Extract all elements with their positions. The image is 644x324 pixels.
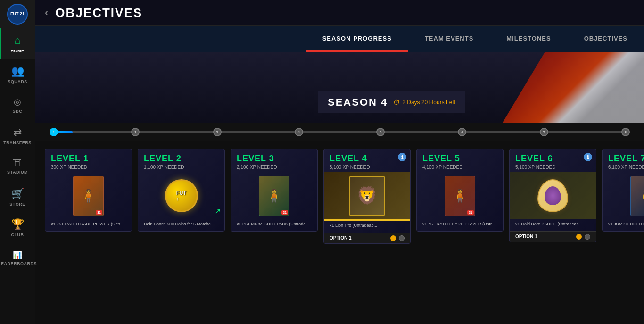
level-card-6[interactable]: LEVEL 6 5,100 XP NEEDED ℹ x1 Gold Rare B… bbox=[509, 149, 596, 242]
card-4-reward: x1 Lion Tifo (Untradeab... bbox=[324, 221, 410, 233]
card-4-xp: 3,100 XP NEEDED bbox=[330, 165, 405, 170]
sidebar-item-store[interactable]: 🛒 STORE bbox=[0, 182, 35, 212]
tab-team-events[interactable]: TEAM EVENTS bbox=[408, 26, 490, 52]
card-1-level: LEVEL 1 bbox=[51, 154, 126, 164]
transfers-icon: ⇄ bbox=[13, 126, 22, 139]
sidebar-label-transfers: TRANSFERS bbox=[3, 141, 32, 145]
card-5-image: 🧍 31 bbox=[417, 172, 503, 219]
progress-node-3: 3 bbox=[213, 128, 222, 136]
player-card-mini-7: 🧍 31 bbox=[630, 176, 644, 216]
sidebar: FUT 21 ⌂ HOME 👥 SQUADS ◎ SBC ⇄ TRANSFERS… bbox=[0, 0, 35, 324]
club-icon: 🏆 bbox=[11, 218, 24, 231]
sidebar-label-home: HOME bbox=[11, 49, 25, 53]
player-icon-5: 🧍 bbox=[452, 188, 468, 204]
card-7-level: LEVEL 7 bbox=[608, 154, 644, 164]
cards-scroll[interactable]: LEVEL 1 300 XP NEEDED 🧍 31 x1 75+ RATED … bbox=[35, 141, 644, 324]
card-5-level: LEVEL 5 bbox=[422, 154, 497, 164]
fut-coin: FUT↑ bbox=[165, 179, 198, 212]
card-6-option-dots bbox=[576, 234, 590, 240]
node-label-2: 2 bbox=[134, 130, 136, 134]
sidebar-item-club[interactable]: 🏆 CLUB bbox=[0, 212, 35, 243]
dot-gray-4[interactable] bbox=[399, 235, 405, 241]
tab-objectives[interactable]: OBJECTIVES bbox=[568, 26, 644, 52]
card-4-level: LEVEL 4 bbox=[330, 154, 405, 164]
fut-arrow-icon: ↗ bbox=[215, 207, 221, 216]
dot-orange-4[interactable] bbox=[390, 235, 396, 241]
season-timer: ⏱ 2 Days 20 Hours Left bbox=[393, 99, 455, 106]
timer-icon: ⏱ bbox=[393, 99, 400, 106]
progress-node-6: 6 bbox=[458, 128, 466, 136]
card-6-level: LEVEL 6 bbox=[515, 154, 590, 164]
card-2-header: LEVEL 2 1,100 XP NEEDED bbox=[138, 149, 224, 172]
player-icon-7: 🧍 bbox=[637, 188, 644, 204]
card-6-xp: 5,100 XP NEEDED bbox=[515, 165, 590, 170]
card-2-image: FUT↑ ↗ bbox=[138, 172, 224, 219]
progress-node-4: 4 bbox=[295, 128, 303, 136]
sidebar-item-transfers[interactable]: ⇄ TRANSFERS bbox=[0, 120, 35, 151]
card-2-level: LEVEL 2 bbox=[144, 154, 219, 164]
sidebar-item-sbc[interactable]: ◎ SBC bbox=[0, 90, 35, 120]
level-card-2[interactable]: LEVEL 2 1,100 XP NEEDED FUT↑ ↗ Coin Boos… bbox=[138, 149, 225, 232]
lion-card-4: 🦁 bbox=[349, 176, 385, 216]
sidebar-label-store: STORE bbox=[9, 202, 25, 207]
card-2-xp: 1,100 XP NEEDED bbox=[144, 165, 219, 170]
level-card-5[interactable]: LEVEL 5 4,100 XP NEEDED 🧍 31 x1 75+ RATE… bbox=[416, 149, 504, 232]
card-5-xp: 4,100 XP NEEDED bbox=[422, 165, 497, 170]
card-3-level: LEVEL 3 bbox=[237, 154, 312, 164]
level-card-3[interactable]: LEVEL 3 2,100 XP NEEDED 🧍 31 x1 PREMIUM … bbox=[231, 149, 318, 232]
card-7-header: LEVEL 7 6,100 XP NEEDED bbox=[603, 149, 644, 172]
sidebar-label-squads: SQUADS bbox=[8, 79, 27, 84]
card-3-header: LEVEL 3 2,100 XP NEEDED bbox=[231, 149, 317, 172]
leaderboards-icon: 📊 bbox=[13, 250, 22, 259]
card-2-reward: Coin Boost: 500 Coins for 5 Matche... bbox=[138, 219, 224, 231]
sidebar-item-stadium[interactable]: ⛩ STADIUM bbox=[0, 151, 35, 182]
player-card-mini-3: 🧍 31 bbox=[259, 176, 289, 216]
node-label-7: 7 bbox=[543, 130, 545, 134]
stadium-icon: ⛩ bbox=[13, 158, 22, 168]
lion-icon: 🦁 bbox=[356, 186, 378, 206]
dot-orange-6[interactable] bbox=[576, 234, 582, 240]
player-icon-3: 🧍 bbox=[266, 188, 282, 204]
card-5-header: LEVEL 5 4,100 XP NEEDED bbox=[417, 149, 503, 172]
progress-node-1: 1 bbox=[50, 128, 58, 136]
card-7-image: 🧍 31 bbox=[603, 172, 644, 219]
home-icon: ⌂ bbox=[14, 34, 20, 47]
sidebar-label-stadium: STADIUM bbox=[7, 170, 28, 174]
sbc-icon: ◎ bbox=[14, 97, 21, 107]
card-5-reward: x1 75+ RATED RARE PLAYER (Untrad... bbox=[417, 219, 503, 231]
dot-gray-6[interactable] bbox=[585, 234, 590, 240]
season-label: SEASON 4 bbox=[328, 96, 388, 108]
player-badge-1: 31 bbox=[96, 210, 102, 215]
egg-inner-6 bbox=[545, 186, 561, 205]
card-4-option-bar: OPTION 1 bbox=[324, 233, 410, 243]
card-3-image: 🧍 31 bbox=[231, 172, 317, 219]
sidebar-item-leaderboards[interactable]: 📊 LEADERBOARDS bbox=[0, 243, 35, 274]
squads-icon: 👥 bbox=[11, 65, 24, 77]
level-card-4[interactable]: LEVEL 4 3,100 XP NEEDED ℹ 🦁 x1 Lion Tifo… bbox=[323, 149, 411, 244]
player-badge-3: 31 bbox=[281, 210, 288, 215]
info-badge-4[interactable]: ℹ bbox=[398, 153, 406, 161]
sidebar-label-sbc: SBC bbox=[13, 109, 23, 114]
store-icon: 🛒 bbox=[11, 188, 24, 200]
card-3-xp: 2,100 XP NEEDED bbox=[237, 165, 312, 170]
card-1-header: LEVEL 1 300 XP NEEDED bbox=[45, 149, 132, 172]
card-4-option-label: OPTION 1 bbox=[330, 235, 352, 241]
progress-node-2: 2 bbox=[131, 128, 140, 136]
header: ‹ OBJECTIVES bbox=[35, 0, 644, 26]
level-card-1[interactable]: LEVEL 1 300 XP NEEDED 🧍 31 x1 75+ RATED … bbox=[45, 149, 132, 232]
tab-milestones[interactable]: MILESTONES bbox=[490, 26, 567, 52]
sidebar-item-squads[interactable]: 👥 SQUADS bbox=[0, 59, 35, 90]
card-6-option-bar: OPTION 1 bbox=[510, 231, 596, 242]
info-badge-6[interactable]: ℹ bbox=[584, 153, 592, 161]
page-title: OBJECTIVES bbox=[55, 6, 142, 20]
sidebar-item-home[interactable]: ⌂ HOME bbox=[0, 28, 35, 59]
level-card-7[interactable]: LEVEL 7 6,100 XP NEEDED 🧍 31 x1 JUMBO GO… bbox=[602, 149, 644, 232]
player-icon-1: 🧍 bbox=[80, 188, 97, 204]
card-7-reward: x1 JUMBO GOLD PACK 26 (Untradeab... bbox=[603, 219, 644, 231]
back-button[interactable]: ‹ bbox=[45, 7, 48, 19]
tab-season-progress[interactable]: SEASON PROGRESS bbox=[306, 26, 408, 52]
card-1-xp: 300 XP NEEDED bbox=[51, 165, 126, 170]
player-card-mini-5: 🧍 31 bbox=[445, 176, 475, 216]
card-4-header: LEVEL 4 3,100 XP NEEDED bbox=[324, 149, 410, 172]
hero-banner: SEASON 4 ⏱ 2 Days 20 Hours Left bbox=[35, 52, 644, 123]
